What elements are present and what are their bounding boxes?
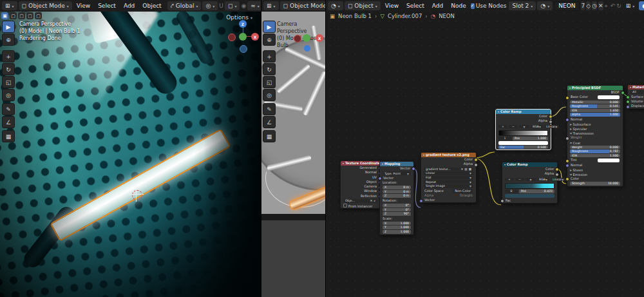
menu-select[interactable]: Select: [95, 3, 119, 9]
use-nodes-checkbox[interactable]: ✓: [471, 3, 475, 9]
stop-position[interactable]: Pos0.423: [519, 189, 554, 193]
add-stop-button[interactable]: +: [505, 178, 514, 182]
menu-node[interactable]: Node: [448, 3, 469, 9]
input-coat-normal[interactable]: Normal: [567, 163, 623, 168]
input-surface[interactable]: Surface: [628, 95, 644, 99]
node-image-texture[interactable]: ▾gradient texture v2.png Color Alpha gra…: [421, 152, 477, 203]
input-fac[interactable]: Fac: [502, 198, 557, 203]
source-dropdown[interactable]: Single Image▾: [424, 184, 473, 188]
pin-icon[interactable]: ⌖: [605, 1, 608, 10]
remove-stop-button[interactable]: −: [509, 125, 518, 129]
output-alpha[interactable]: Alpha: [502, 171, 557, 176]
coat-roughness-slider[interactable]: Roughness0.782: [570, 149, 620, 153]
emission-panel[interactable]: ▾ Emission: [567, 172, 623, 177]
tool-select-box[interactable]: ▶: [2, 21, 15, 33]
gizmo-x-neg[interactable]: [228, 34, 236, 41]
output-alpha[interactable]: Alpha: [496, 119, 551, 123]
tool-transform[interactable]: ◎: [2, 89, 15, 101]
tool-move[interactable]: +: [2, 50, 15, 62]
mode-dropdown[interactable]: ◻Object Mode▾: [280, 1, 325, 10]
target-dropdown[interactable]: All: [630, 90, 644, 94]
snap-target-dropdown[interactable]: ◻▾: [225, 1, 240, 10]
select-extend-icon[interactable]: ▢: [10, 12, 17, 19]
image-datablock-field[interactable]: gradient textur...✕▤▦: [424, 168, 473, 171]
browse-material-dropdown[interactable]: ◔▾: [537, 1, 553, 10]
extension-dropdown[interactable]: Repeat▾: [424, 180, 473, 184]
fac-slider[interactable]: Fac0.500: [498, 146, 548, 149]
input-vector[interactable]: Vector: [380, 176, 413, 180]
tool-rotate[interactable]: ↻: [2, 63, 15, 75]
editor-type-button[interactable]: ◔▾: [328, 1, 343, 10]
coat-tint-row[interactable]: Tint: [567, 158, 623, 162]
tool-scale[interactable]: ◱: [2, 76, 15, 88]
input-vector[interactable]: Vector: [421, 198, 476, 202]
base-color-row[interactable]: Base Color: [567, 95, 623, 99]
editor-divider-1[interactable]: [261, 0, 261, 297]
coat-panel[interactable]: ▾ Coat: [567, 140, 623, 145]
open-image-icon[interactable]: ▦: [469, 168, 471, 171]
coat-ior-slider[interactable]: IOR1.500: [570, 154, 620, 158]
node-mapping[interactable]: ▾Mapping Vector Type: Point▾ Vector Loca…: [379, 161, 414, 235]
metallic-slider[interactable]: Metallic0.000: [570, 101, 620, 104]
gizmo-y-axis[interactable]: [303, 34, 310, 42]
falloff-dropdown[interactable]: ≈▾: [247, 1, 261, 10]
gizmo-x-neg[interactable]: [294, 35, 301, 43]
gizmo-y-axis[interactable]: [239, 33, 247, 41]
input-normal[interactable]: Normal: [567, 117, 623, 122]
output-color[interactable]: Color: [421, 157, 476, 162]
ramp-specials-menu[interactable]: ▾: [526, 178, 536, 182]
overlay-dropdown[interactable]: ●▾: [639, 1, 644, 10]
location-x[interactable]: X0 m: [383, 186, 411, 189]
scale-y[interactable]: Y1.000: [383, 225, 411, 229]
node-principled-bsdf[interactable]: ▾Principled BSDF BSDF Base Color Metalli…: [567, 85, 623, 187]
output-color[interactable]: Color: [502, 167, 557, 171]
output-bsdf[interactable]: BSDF: [567, 90, 623, 95]
gizmo-x-axis[interactable]: X: [251, 33, 259, 41]
output-uv[interactable]: UV: [341, 175, 380, 180]
rotation-z[interactable]: Z90°: [383, 212, 411, 216]
node-material-output[interactable]: ▾Material O All Surface Volume Displacem…: [627, 84, 644, 109]
fake-user-icon[interactable]: ◷: [592, 1, 597, 10]
stop-index[interactable]: 0: [505, 189, 518, 193]
breadcrumb-mesh[interactable]: Cylinder.007: [388, 13, 422, 19]
color-ramp-gradient[interactable]: [498, 130, 548, 136]
object-field[interactable]: Obje...✕⌕: [343, 199, 377, 203]
material-name-field[interactable]: NEON: [554, 1, 580, 11]
tool-annotate[interactable]: ✎: [263, 103, 276, 115]
material-users-button[interactable]: 7: [581, 1, 585, 10]
loop-icon[interactable]: ↻: [616, 1, 621, 10]
tool-move[interactable]: +: [263, 50, 276, 62]
stop-color-swatch[interactable]: [505, 194, 554, 198]
new-image-icon[interactable]: ▤: [464, 168, 467, 171]
tool-rotate[interactable]: ↻: [263, 63, 276, 75]
unlink-icon[interactable]: ✕: [370, 199, 373, 202]
location-z[interactable]: Z0 m: [383, 194, 411, 198]
menu-add[interactable]: Add: [120, 3, 138, 9]
type-dropdown[interactable]: Type: Point▾: [383, 171, 411, 175]
tool-select-box[interactable]: ▶: [263, 21, 276, 33]
color-space-row[interactable]: Color SpaceNon-Color: [421, 189, 476, 193]
menu-object[interactable]: Object: [139, 3, 164, 9]
output-vector[interactable]: Vector: [380, 166, 413, 171]
emission-strength-slider[interactable]: Strength10.000: [570, 182, 620, 186]
output-reflection[interactable]: Reflection: [341, 194, 380, 198]
viewport-solid[interactable]: ⊞▾ ◻Object Mode▾ Vie ▶ ⊕ + ↻ ◱ ◎ ✎ ∠ ▦ C…: [261, 0, 325, 297]
viewport-rendered[interactable]: ⊞▾ ◻Object Mode▾ View Select Add Object …: [0, 0, 261, 297]
coat-weight-slider[interactable]: Weight0.000: [570, 146, 620, 149]
gizmo-x-axis[interactable]: X: [316, 34, 323, 42]
ghost-icon[interactable]: ↶: [611, 1, 616, 10]
specular-panel[interactable]: ▸ Specular: [567, 126, 623, 131]
tool-cursor[interactable]: ⊕: [2, 34, 15, 46]
subsurface-panel[interactable]: ▸ Subsurface: [567, 122, 623, 126]
node-color-ramp-1[interactable]: ▾Color Ramp Color Alpha + − ▾ RGB▾ Linea…: [495, 109, 551, 150]
projection-dropdown[interactable]: Flat▾: [424, 176, 473, 180]
location-y[interactable]: Y0 m: [383, 190, 411, 194]
input-volume[interactable]: Volume: [628, 99, 644, 104]
editor-type-button[interactable]: ⊞▾: [2, 1, 17, 10]
unlink-icon[interactable]: ✕: [598, 1, 603, 10]
tool-cursor[interactable]: ⊕: [263, 34, 276, 46]
editor-type-button[interactable]: ⊞▾: [263, 1, 279, 10]
tool-add-cube[interactable]: ▦: [2, 130, 15, 142]
select-subtract-icon[interactable]: ▢: [18, 12, 25, 19]
output-normal[interactable]: Normal: [341, 170, 380, 175]
